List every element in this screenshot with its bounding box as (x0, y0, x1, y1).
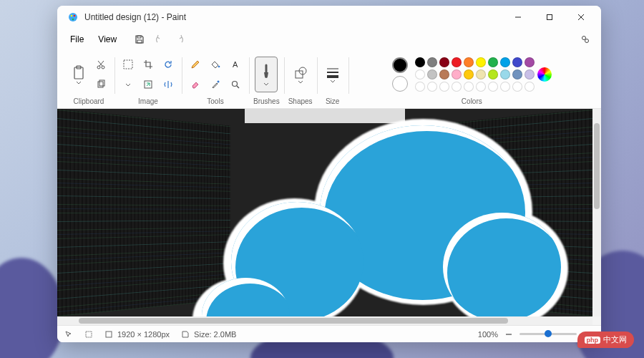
selection-icon (84, 330, 93, 339)
svg-point-21 (218, 81, 220, 83)
eraser-tool[interactable] (186, 75, 205, 94)
color-secondary[interactable] (392, 76, 408, 92)
desktop-bg-decoration (0, 258, 64, 358)
scrollbar-thumb[interactable] (79, 318, 508, 324)
ribbon-label-image: Image (138, 96, 158, 107)
color-swatch-empty[interactable] (427, 82, 437, 92)
redo-button[interactable] (170, 30, 190, 49)
paint-app-icon (67, 11, 79, 23)
ribbon-group-tools: A Tools (182, 53, 249, 107)
scrollbar-thumb[interactable] (594, 123, 600, 209)
color-picker-tool[interactable] (206, 75, 225, 94)
color-swatch-empty[interactable] (500, 82, 510, 92)
svg-rect-31 (106, 332, 112, 337)
undo-button[interactable] (150, 30, 170, 49)
color-swatch-empty[interactable] (488, 82, 498, 92)
color-swatch-empty[interactable] (415, 82, 425, 92)
color-swatch[interactable] (500, 69, 510, 79)
vertical-scrollbar[interactable] (592, 109, 601, 316)
color-swatch[interactable] (476, 69, 486, 79)
color-swatch[interactable] (512, 69, 522, 79)
color-swatch[interactable] (488, 57, 498, 67)
titlebar: Untitled design (12) - Paint (57, 6, 601, 29)
brushes-button[interactable] (255, 57, 278, 92)
paint-window: Untitled design (12) - Paint File View (57, 6, 601, 342)
color-swatch[interactable] (488, 69, 498, 79)
color-swatch-empty[interactable] (439, 82, 449, 92)
svg-rect-18 (124, 60, 132, 69)
svg-text:A: A (233, 60, 238, 69)
maximize-button[interactable] (534, 6, 565, 29)
copy-button[interactable] (92, 75, 110, 94)
zoom-slider-thumb[interactable] (545, 330, 552, 337)
ribbon-group-colors: Colors (348, 53, 595, 107)
svg-point-11 (585, 39, 589, 43)
menu-file[interactable]: File (63, 32, 91, 47)
svg-rect-16 (98, 82, 103, 87)
color-swatch[interactable] (415, 57, 425, 67)
statusbar: 1920 × 1280px Size: 2.0MB 100% (57, 325, 601, 342)
rotate-button[interactable] (159, 55, 177, 74)
color-swatch[interactable] (525, 69, 535, 79)
zoom-slider[interactable] (519, 333, 577, 335)
minimize-button[interactable] (502, 6, 534, 29)
resize-button[interactable] (139, 75, 157, 94)
fill-tool[interactable] (206, 55, 225, 74)
color-swatch[interactable] (464, 69, 474, 79)
color-swatch-empty[interactable] (525, 82, 535, 92)
pencil-tool[interactable] (186, 55, 205, 74)
color-swatch[interactable] (427, 69, 437, 79)
horizontal-scrollbar[interactable] (57, 316, 592, 325)
ribbon-group-brushes: Brushes (249, 53, 284, 107)
ribbon-label-colors: Colors (462, 96, 482, 107)
selection-size (84, 330, 93, 339)
dimensions-text: 1920 × 1280px (117, 330, 170, 339)
color-swatch-empty[interactable] (476, 82, 486, 92)
ribbon-label-size: Size (326, 96, 339, 107)
file-size-text: Size: 2.0MB (194, 330, 236, 339)
color-swatch[interactable] (439, 57, 449, 67)
svg-point-2 (74, 15, 76, 17)
magnifier-tool[interactable] (226, 75, 245, 94)
color-swatch[interactable] (464, 57, 474, 67)
ribbon-label-tools: Tools (207, 96, 223, 107)
select-dropdown[interactable] (119, 75, 137, 94)
save-button[interactable] (130, 30, 150, 49)
menu-view[interactable]: View (91, 32, 124, 47)
svg-point-10 (582, 37, 586, 40)
text-tool[interactable]: A (226, 55, 245, 74)
color-swatch[interactable] (512, 57, 522, 67)
settings-icon[interactable] (575, 30, 595, 49)
watermark-badge: php (585, 337, 601, 344)
zoom-out-button[interactable] (502, 328, 515, 341)
color-swatch[interactable] (476, 57, 486, 67)
close-button[interactable] (565, 6, 597, 29)
ribbon-group-clipboard: Clipboard (63, 53, 114, 107)
color-primary[interactable] (392, 57, 408, 73)
svg-point-1 (71, 15, 73, 17)
color-swatch[interactable] (415, 69, 425, 79)
svg-point-15 (102, 66, 104, 69)
svg-line-24 (237, 86, 239, 88)
edit-colors-button[interactable] (537, 67, 552, 82)
color-swatch[interactable] (427, 57, 437, 67)
select-button[interactable] (119, 55, 137, 74)
crop-button[interactable] (139, 55, 157, 74)
shapes-button[interactable] (289, 57, 312, 92)
color-swatch[interactable] (452, 69, 462, 79)
color-swatch[interactable] (500, 57, 510, 67)
flip-button[interactable] (159, 75, 177, 94)
cut-button[interactable] (92, 55, 110, 74)
canvas[interactable] (57, 109, 592, 316)
paste-button[interactable] (67, 57, 90, 92)
color-swatch-empty[interactable] (452, 82, 462, 92)
size-button[interactable] (321, 57, 344, 92)
color-swatch-empty[interactable] (464, 82, 474, 92)
color-swatch[interactable] (525, 57, 535, 67)
svg-point-3 (72, 19, 74, 21)
color-swatch[interactable] (452, 57, 462, 67)
color-swatch-empty[interactable] (512, 82, 522, 92)
zoom-control: 100% (478, 328, 594, 341)
color-swatch[interactable] (439, 69, 449, 79)
watermark-text: 中文网 (603, 334, 627, 345)
